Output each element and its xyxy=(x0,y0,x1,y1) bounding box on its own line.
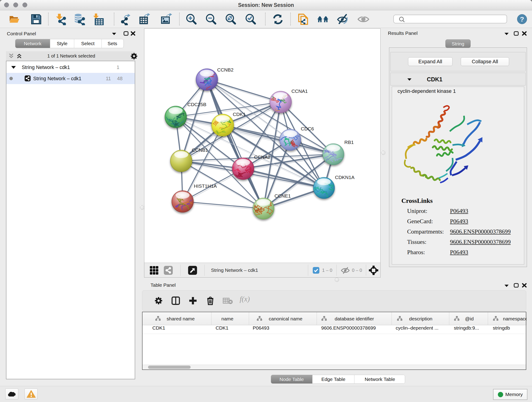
table-hscrollbar[interactable] xyxy=(143,365,526,370)
toolbar-separator xyxy=(179,13,180,26)
import-network-database-button[interactable] xyxy=(73,13,85,25)
tree-expand-icon[interactable] xyxy=(11,65,16,69)
tab-string[interactable]: String xyxy=(445,39,471,48)
warning-button[interactable] xyxy=(25,389,38,400)
zoom-selected-button[interactable] xyxy=(245,13,257,25)
memory-button[interactable]: Memory xyxy=(493,389,527,400)
expand-collapse-bar: Expand All Collapse All xyxy=(390,52,526,71)
open-folder-icon xyxy=(9,14,20,24)
hide-selected-button[interactable] xyxy=(336,13,348,25)
zoom-in-button[interactable] xyxy=(185,13,197,25)
hidden-indicator[interactable] xyxy=(341,267,350,275)
expand-all-button[interactable]: Expand All xyxy=(408,57,452,66)
right-splitter-handle[interactable] xyxy=(381,150,385,155)
protein-section-header: CDK1 xyxy=(390,73,526,85)
refresh-button[interactable] xyxy=(272,13,284,25)
network-tree-row[interactable]: String Network – cdk11148 xyxy=(6,73,135,84)
table-settings-button[interactable] xyxy=(155,297,162,306)
import-table-file-button[interactable] xyxy=(92,13,104,25)
delete-table-button[interactable] xyxy=(223,298,233,305)
control-panel-title: Control Panel xyxy=(7,31,36,36)
table-cell[interactable]: cyclin–dependent ... xyxy=(396,325,449,334)
tab-network[interactable]: Network xyxy=(15,39,50,48)
network-tree-row[interactable]: String Network – cdk11 xyxy=(6,62,135,73)
hscroll-thumb[interactable] xyxy=(148,366,191,369)
network-node-CCNB1[interactable] xyxy=(170,150,192,172)
tab-style[interactable]: Style xyxy=(50,39,74,48)
tab-node-table[interactable]: Node Table xyxy=(271,375,312,383)
network-node-CDC25B[interactable] xyxy=(165,106,187,134)
open-file-button[interactable] xyxy=(9,13,21,25)
table-cell[interactable]: CDK1 xyxy=(152,325,211,334)
column-header-shared-name[interactable]: shared name xyxy=(143,312,211,325)
add-column-button[interactable] xyxy=(189,297,197,306)
collapse-all-trees-button[interactable] xyxy=(8,53,14,60)
tab-select[interactable]: Select xyxy=(74,39,102,48)
node-label-CDKN1A: CDKN1A xyxy=(335,175,355,180)
collapse-all-button[interactable]: Collapse All xyxy=(461,57,509,66)
crosslink-link[interactable]: P06493 xyxy=(450,208,468,215)
column-header-database-identifier[interactable]: database identifier xyxy=(317,312,392,325)
tab-edge-table[interactable]: Edge Table xyxy=(312,375,355,383)
crosslink-link[interactable]: P06493 xyxy=(450,249,468,256)
open-in-window-button[interactable] xyxy=(188,266,197,275)
results-panel-menu-button[interactable] xyxy=(504,32,509,36)
search-input[interactable] xyxy=(393,15,507,23)
crosslink-link[interactable]: 9606.ENSP00000378699 xyxy=(450,239,511,245)
crosslink-link[interactable]: 9606.ENSP00000378699 xyxy=(450,228,511,235)
table-cell[interactable]: P06493 xyxy=(253,325,317,334)
table-panel-float-button[interactable] xyxy=(514,283,519,288)
export-image-button[interactable] xyxy=(160,13,172,25)
table-cell[interactable]: CDK1 xyxy=(215,325,249,334)
share-network-button[interactable] xyxy=(164,266,173,275)
first-neighbors-button[interactable] xyxy=(317,13,329,25)
table-panel-close-button[interactable] xyxy=(522,283,527,289)
function-builder-button[interactable]: f(x) xyxy=(240,295,250,303)
tab-network-table[interactable]: Network Table xyxy=(355,375,405,383)
window-title: Session: New Session xyxy=(0,0,532,10)
network-view: CCNB2CCNA1CDC25BCDK1CDC6RB1CCNB1CCNA2CDK… xyxy=(144,28,380,278)
crosslink-link[interactable]: P06493 xyxy=(450,218,468,225)
zoom-fit-button[interactable] xyxy=(225,13,237,25)
copy-style-button[interactable] xyxy=(297,13,309,25)
column-header-description[interactable]: description xyxy=(392,312,449,325)
show-all-button[interactable] xyxy=(357,13,369,25)
split-columns-button[interactable] xyxy=(171,296,180,306)
network-node-HIST1H1A[interactable] xyxy=(172,191,196,213)
results-panel-close-button[interactable] xyxy=(522,31,527,37)
control-panel-float-button[interactable] xyxy=(123,31,128,37)
delete-column-button[interactable] xyxy=(206,296,215,306)
node-label-HIST1H1A: HIST1H1A xyxy=(194,183,217,189)
results-panel-float-button[interactable] xyxy=(514,31,519,37)
app-window: Session: New Session xyxy=(0,0,532,402)
table-cell[interactable]: stringdb:9... xyxy=(454,325,488,334)
birdseye-grid-button[interactable] xyxy=(150,266,158,275)
column-header-namespace[interactable]: namespace xyxy=(488,312,527,325)
expand-all-trees-button[interactable] xyxy=(16,53,22,60)
control-panel-menu-button[interactable] xyxy=(112,32,117,36)
table-cell[interactable]: 9606.ENSP00000378699 xyxy=(321,325,391,334)
network-canvas[interactable]: CCNB2CCNA1CDC25BCDK1CDC6RB1CCNB1CCNA2CDK… xyxy=(144,29,380,263)
center-view-button[interactable] xyxy=(369,266,378,276)
selected-checkbox[interactable] xyxy=(313,267,319,274)
network-options-button[interactable] xyxy=(131,53,138,61)
table-cell[interactable]: stringdb xyxy=(493,325,526,334)
zoom-out-button[interactable] xyxy=(205,13,217,25)
save-session-button[interactable] xyxy=(30,13,42,25)
control-panel-close-button[interactable] xyxy=(130,31,136,37)
import-network-file-button[interactable] xyxy=(55,13,67,25)
column-header-name[interactable]: name xyxy=(211,312,249,325)
export-table-button[interactable] xyxy=(139,13,151,25)
export-network-button[interactable] xyxy=(121,13,133,25)
network-edge[interactable] xyxy=(207,80,264,209)
left-splitter-handle[interactable] xyxy=(140,205,144,210)
help-button[interactable]: ? xyxy=(517,14,527,24)
table-panel-menu-button[interactable] xyxy=(504,284,509,288)
row-divider xyxy=(143,334,526,334)
tab-sets[interactable]: Sets xyxy=(102,39,123,48)
cloud-button[interactable] xyxy=(5,389,18,400)
column-header-canonical-name[interactable]: canonical name xyxy=(249,312,317,325)
column-header-@id[interactable]: @id xyxy=(449,312,488,325)
double-chevron-down-icon xyxy=(8,53,14,59)
collapse-section-button[interactable] xyxy=(407,78,412,82)
